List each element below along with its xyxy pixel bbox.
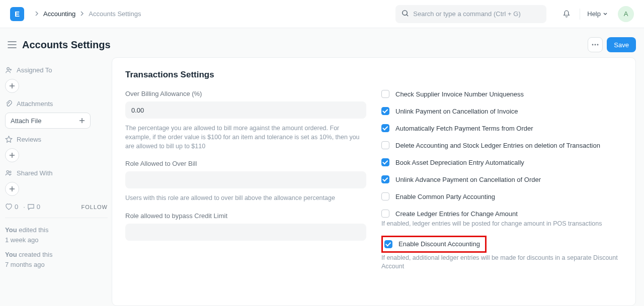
like-button[interactable]: 0: [5, 203, 18, 211]
star-icon: [5, 136, 13, 143]
users-icon: [5, 169, 13, 177]
add-share-button[interactable]: [5, 182, 19, 196]
setting-checkbox-row: Unlink Payment on Cancellation of Invoic…: [381, 107, 622, 115]
checkbox[interactable]: [381, 175, 389, 183]
engagement-bar: 0 · 0 FOLLOW: [5, 203, 108, 211]
checkbox-label: Automatically Fetch Payment Terms from O…: [395, 125, 533, 132]
menu-toggle[interactable]: [6, 39, 18, 51]
chevron-right-icon: [34, 10, 39, 18]
highlighted-setting: Enable Discount Accounting: [381, 236, 487, 253]
svg-point-3: [597, 44, 599, 46]
checkbox-help: If enabled, additional ledger entries wi…: [381, 254, 622, 271]
checkbox-label: Unlink Advance Payment on Cancellation o…: [395, 176, 541, 183]
brand-logo[interactable]: E: [10, 7, 24, 21]
more-button[interactable]: [588, 37, 603, 52]
comment-icon: [27, 203, 35, 211]
checkbox[interactable]: [381, 141, 389, 149]
shared-with-label: Shared With: [5, 169, 108, 177]
chevron-down-icon: [603, 12, 608, 17]
attach-file-label: Attach File: [11, 117, 79, 125]
save-button[interactable]: Save: [607, 37, 636, 52]
checkbox[interactable]: [384, 240, 392, 248]
add-review-button[interactable]: [5, 148, 19, 162]
plus-icon: [9, 186, 15, 192]
checkbox-label: Book Asset Depreciation Entry Automatica…: [395, 159, 524, 166]
dots-icon: [592, 44, 599, 46]
activity-text: created this: [19, 251, 52, 258]
reviews-text: Reviews: [17, 136, 41, 143]
search-input[interactable]: [413, 10, 534, 18]
checkbox[interactable]: [381, 124, 389, 132]
page-titlebar: Accounts Settings Save: [0, 28, 644, 57]
activity-time: 1 week ago: [5, 236, 39, 244]
dot-separator: ·: [23, 203, 25, 211]
activity-entry: You created this 7 months ago: [5, 250, 108, 269]
right-column: Check Supplier Invoice Number Uniqueness…: [381, 90, 622, 278]
search-box[interactable]: [395, 5, 546, 23]
page-title: Accounts Settings: [22, 39, 111, 51]
role-overbill-help: Users with this role are allowed to over…: [125, 193, 366, 202]
user-icon: [5, 66, 13, 74]
panel-title: Transactions Settings: [125, 70, 622, 80]
assigned-to-text: Assigned To: [17, 66, 52, 74]
over-billing-label: Over Billing Allowance (%): [125, 90, 366, 97]
navbar: E Accounting Accounts Settings Help A: [0, 0, 644, 28]
checkbox-help: If enabled, ledger entries will be poste…: [381, 220, 622, 229]
svg-point-5: [7, 171, 9, 173]
plus-icon: [9, 83, 15, 89]
checkbox[interactable]: [381, 192, 389, 200]
svg-point-4: [7, 67, 10, 70]
activity-text: edited this: [19, 226, 48, 234]
heart-icon: [5, 203, 13, 211]
help-menu[interactable]: Help: [583, 10, 612, 18]
divider: [5, 218, 108, 218]
comment-button[interactable]: 0: [27, 203, 40, 211]
checkbox-label: Enable Discount Accounting: [398, 240, 480, 248]
plus-icon: [79, 118, 85, 124]
breadcrumb-accounting[interactable]: Accounting: [43, 10, 75, 18]
setting-checkbox-row: Automatically Fetch Payment Terms from O…: [381, 124, 622, 132]
divider: [580, 9, 580, 20]
svg-point-0: [403, 10, 407, 15]
checkbox[interactable]: [381, 210, 389, 218]
breadcrumb-current: Accounts Settings: [89, 10, 141, 18]
svg-point-1: [592, 44, 594, 46]
role-bypass-input[interactable]: [125, 224, 366, 241]
setting-checkbox-row: Unlink Advance Payment on Cancellation o…: [381, 175, 622, 183]
over-billing-input[interactable]: [125, 101, 366, 119]
checkbox-label: Unlink Payment on Cancellation of Invoic…: [395, 108, 518, 115]
avatar[interactable]: A: [618, 6, 634, 22]
add-assignee-button[interactable]: [5, 79, 19, 93]
follow-button[interactable]: FOLLOW: [82, 204, 108, 210]
role-overbill-input[interactable]: [125, 171, 366, 188]
attach-file-button[interactable]: Attach File: [5, 113, 91, 129]
comment-count: 0: [37, 203, 40, 211]
reviews-label: Reviews: [5, 136, 108, 143]
setting-checkbox-row: Check Supplier Invoice Number Uniqueness: [381, 90, 622, 98]
setting-checkbox-row: Enable Common Party Accounting: [381, 192, 622, 200]
checkbox-label: Enable Common Party Accounting: [395, 193, 495, 200]
page-body: Accounts Settings Save Assigned To Attac…: [0, 28, 644, 306]
help-label: Help: [587, 10, 601, 18]
plus-icon: [9, 152, 15, 158]
activity-entry: You edited this 1 week ago: [5, 225, 108, 245]
activity-who: You: [5, 251, 17, 258]
role-bypass-label: Role allowed to bypass Credit Limit: [125, 212, 366, 220]
setting-checkbox-row: Enable Discount Accounting: [384, 240, 480, 248]
left-column: Over Billing Allowance (%) The percentag…: [125, 90, 366, 278]
setting-checkbox-row: Delete Accounting and Stock Ledger Entri…: [381, 141, 622, 149]
checkbox[interactable]: [381, 90, 389, 98]
sidebar: Assigned To Attachments Attach File Revi…: [0, 57, 112, 306]
checkbox-label: Delete Accounting and Stock Ledger Entri…: [395, 142, 600, 149]
settings-panel: Transactions Settings Over Billing Allow…: [112, 57, 636, 306]
bell-icon[interactable]: [561, 9, 572, 19]
checkbox[interactable]: [381, 158, 389, 166]
role-overbill-label: Role Allowed to Over Bill: [125, 160, 366, 167]
like-count: 0: [15, 203, 18, 211]
checkbox[interactable]: [381, 107, 389, 115]
activity-time: 7 months ago: [5, 261, 45, 268]
checkbox-label: Create Ledger Entries for Change Amount: [395, 210, 518, 218]
attachments-text: Attachments: [17, 100, 53, 108]
paperclip-icon: [5, 100, 13, 108]
hamburger-icon: [8, 41, 17, 48]
